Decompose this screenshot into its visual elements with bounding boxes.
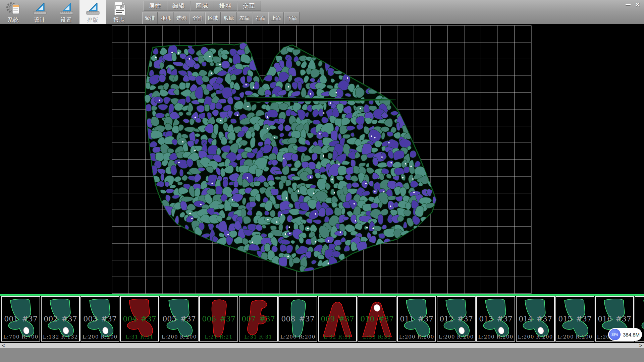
app-tab-design[interactable]: 设计 — [26, 0, 53, 24]
scroll-left-icon[interactable]: < — [1, 343, 6, 348]
piece-label: 012_#37 — [437, 315, 475, 323]
piece-thumbnail-14[interactable]: 014_#37L:200 R:200 — [516, 296, 555, 342]
piece-thumbnail-12[interactable]: 012_#37L:200 R:200 — [437, 296, 476, 342]
piece-lr-count: L:32 R:31 — [319, 334, 356, 340]
tool-button-defect[interactable]: 瑕疵 — [221, 12, 236, 24]
piece-lr-count: L:31 R:31 — [239, 334, 277, 340]
piece-label: 015_#37 — [556, 315, 594, 323]
piece-label: 0 — [635, 315, 644, 323]
piece-label: 016_#37 — [596, 315, 633, 323]
tool-button-camera[interactable]: 相机 — [158, 12, 173, 24]
bottom-gray-band — [0, 348, 644, 362]
piece-thumbnail-9[interactable]: 009_#37L:32 R:31 — [318, 296, 357, 342]
piece-thumbnail-6[interactable]: 006_#37L:21 R:21 — [199, 296, 238, 342]
menu-item-region[interactable]: 区域 — [191, 1, 214, 11]
piece-thumbnail-4[interactable]: 004_#37L:31 R:31 — [120, 296, 159, 342]
piece-label: 014_#37 — [517, 315, 554, 323]
piece-label: 010_#37 — [358, 315, 396, 323]
piece-thumbnail-13[interactable]: 013_#37L:200 R:200 — [476, 296, 515, 342]
piece-lr-count: L:200 R:200 — [398, 334, 435, 340]
piece-label: 004_#37 — [121, 315, 158, 323]
app-tab-label: 报表 — [114, 17, 125, 24]
close-icon: ✕ — [635, 1, 640, 8]
piece-lr-count: L:200 R:200 — [160, 334, 198, 340]
piece-label: 002_#37 — [42, 315, 79, 323]
piece-thumbnail-11[interactable]: 011_#37L:200 R:200 — [397, 296, 436, 342]
piece-thumbnail-2[interactable]: 002_#37L:132 R:132 — [41, 296, 80, 342]
memory-status-badge[interactable]: 38% 384.8M — [608, 328, 642, 341]
app-tab-label: 设计 — [34, 17, 46, 24]
tool-button-row: 聚排相机选割全割区域瑕疵左靠右靠上靠下靠 — [142, 12, 300, 24]
menu-item-nesting[interactable]: 排料 — [214, 1, 237, 11]
app-mode-tabs: 系统设计设置排版报表 — [0, 0, 132, 24]
application-window: 系统设计设置排版报表 属性编辑区域排料交互 聚排相机选割全割区域瑕疵左靠右靠上靠… — [0, 0, 644, 362]
piece-label: 003_#37 — [81, 315, 119, 323]
tool-button-cut-all[interactable]: 全割 — [190, 12, 205, 24]
piece-thumbnail-10[interactable]: 010_#37L:33 R:33 — [358, 296, 396, 342]
tool-button-snap-left[interactable]: 左靠 — [237, 12, 252, 24]
menu-item-properties[interactable]: 属性 — [144, 1, 167, 11]
piece-thumbnail-1[interactable]: 001_#37L:700 R:700 — [1, 296, 40, 342]
canvas-thumbnail-separator — [0, 294, 644, 296]
scroll-right-icon[interactable]: > — [638, 343, 643, 348]
tool-button-region[interactable]: 区域 — [205, 12, 221, 24]
app-tab-label: 系统 — [8, 17, 19, 24]
app-tab-report[interactable]: 报表 — [106, 0, 132, 24]
app-tab-label: 排版 — [87, 17, 99, 24]
app-tab-system[interactable]: 系统 — [0, 0, 26, 24]
tool-button-cluster-nest[interactable]: 聚排 — [142, 12, 158, 24]
piece-lr-count: L:200 R:200 — [477, 334, 515, 340]
app-tab-settings[interactable]: 设置 — [53, 0, 79, 24]
menu-item-interact[interactable]: 交互 — [237, 1, 261, 11]
piece-label: 005_#37 — [160, 315, 198, 323]
piece-lr-count: L:700 R:700 — [2, 334, 40, 340]
piece-lr-count: L:200 R:200 — [556, 334, 594, 340]
app-tab-label: 设置 — [61, 17, 72, 24]
nesting-canvas[interactable] — [0, 24, 644, 294]
menu-bar: 属性编辑区域排料交互 — [144, 1, 261, 11]
piece-thumbnail-15[interactable]: 015_#37L:200 R:200 — [555, 296, 594, 342]
piece-label: 013_#37 — [477, 315, 515, 323]
app-tab-nesting-layout[interactable]: 排版 — [79, 0, 106, 24]
piece-thumbnail-7[interactable]: 007_#37L:31 R:31 — [239, 296, 278, 342]
piece-label: 008_#37 — [279, 315, 317, 323]
piece-lr-count: L:200 R:200 — [81, 334, 119, 340]
piece-thumbnail-5[interactable]: 005_#37L:200 R:200 — [160, 296, 199, 342]
piece-label: 007_#37 — [239, 315, 277, 323]
piece-thumbnail-strip: 001_#37L:700 R:700002_#37L:132 R:132003_… — [0, 296, 644, 343]
piece-thumbnail-8[interactable]: 008_#37L:200 R:200 — [278, 296, 317, 342]
square-icon — [32, 1, 48, 16]
piece-label: 006_#37 — [200, 315, 237, 323]
piece-label: 011_#37 — [398, 315, 435, 323]
tool-button-select-cut[interactable]: 选割 — [174, 12, 189, 24]
piece-lr-count: L:200 R:200 — [517, 334, 554, 340]
piece-lr-count: L:31 R:31 — [121, 334, 158, 340]
piece-lr-count: L:200 R:200 — [437, 334, 475, 340]
piece-lr-count: L:132 R:132 — [42, 334, 79, 340]
memory-percent-indicator: 38% — [609, 329, 621, 340]
report-icon — [112, 1, 127, 16]
square-icon — [85, 1, 101, 16]
menu-item-edit[interactable]: 编辑 — [167, 1, 191, 11]
piece-label: 001_#37 — [2, 315, 40, 323]
minimize-button[interactable] — [624, 1, 632, 8]
minimize-icon — [626, 4, 631, 5]
tool-button-snap-bottom[interactable]: 下靠 — [284, 12, 300, 24]
close-button[interactable]: ✕ — [634, 1, 641, 8]
gear-icon — [6, 1, 21, 16]
piece-label: 009_#37 — [319, 315, 356, 323]
horizontal-scrollbar[interactable]: < > — [0, 343, 644, 348]
tool-button-snap-right[interactable]: 右靠 — [253, 12, 268, 24]
top-toolbar: 系统设计设置排版报表 属性编辑区域排料交互 聚排相机选割全割区域瑕疵左靠右靠上靠… — [0, 0, 644, 24]
memory-amount-label: 384.8M — [623, 332, 640, 338]
tool-button-snap-top[interactable]: 上靠 — [268, 12, 284, 24]
window-controls: ✕ — [624, 1, 641, 8]
piece-lr-count: L:200 R:200 — [279, 334, 317, 340]
square-icon — [59, 1, 74, 16]
piece-thumbnail-3[interactable]: 003_#37L:200 R:200 — [80, 296, 119, 342]
piece-lr-count: L:33 R:33 — [358, 334, 396, 340]
piece-lr-count: L:21 R:21 — [200, 334, 237, 340]
